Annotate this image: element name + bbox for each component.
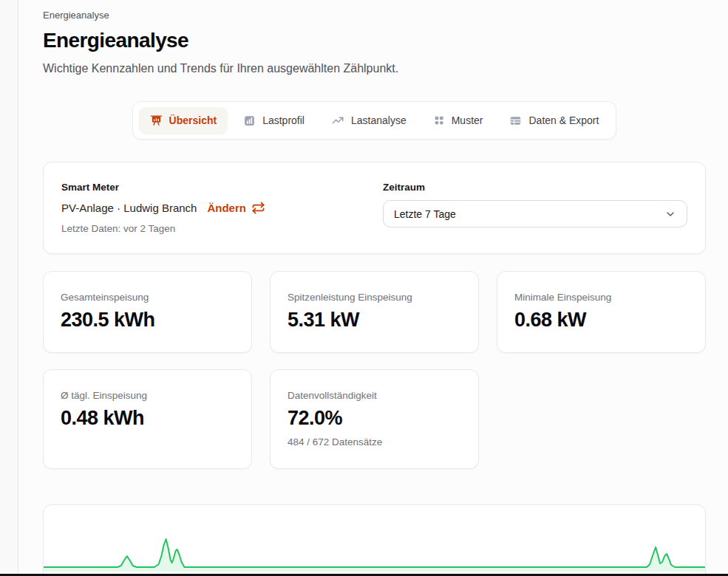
- feedin-chart-card: [43, 504, 706, 576]
- bar-chart-icon: [243, 114, 256, 127]
- stat-value: 5.31 kW: [288, 309, 461, 332]
- period-section: Zeitraum Letzte 7 Tage: [383, 182, 687, 234]
- feedin-chart: [44, 505, 705, 572]
- tab-label: Daten & Export: [528, 114, 599, 126]
- tab-label: Muster: [452, 114, 483, 126]
- tab-label: Übersicht: [169, 114, 217, 126]
- tabbar-wrap: Übersicht Lastprofil L: [43, 101, 706, 140]
- tab-daten-export[interactable]: Daten & Export: [498, 107, 610, 134]
- page-subtitle: Wichtige Kennzahlen und Trends für Ihren…: [43, 62, 706, 75]
- collapsed-sidebar-rail: [0, 0, 18, 576]
- stat-card-minimale-einspeisung: Minimale Einspeisung 0.68 kW: [497, 271, 706, 353]
- change-meter-label: Ändern: [207, 202, 246, 214]
- stat-value: 72.0%: [288, 407, 461, 430]
- main-content: Energieanalyse Energieanalyse Wichtige K…: [19, 0, 728, 576]
- stat-value: 230.5 kWh: [61, 309, 234, 332]
- meter-name: PV-Anlage · Ludwig Branch: [61, 202, 197, 214]
- stat-card-gesamteinspeisung: Gesamteinspeisung 230.5 kWh: [43, 271, 252, 353]
- stat-label: Ø tägl. Einspeisung: [61, 390, 234, 401]
- trending-up-icon: [331, 114, 344, 127]
- tab-label: Lastprofil: [262, 114, 305, 126]
- last-data-text: Letzte Daten: vor 2 Tagen: [61, 223, 265, 234]
- stat-sub: 484 / 672 Datensätze: [288, 436, 461, 448]
- meter-section-label: Smart Meter: [61, 182, 265, 193]
- stat-value: 0.48 kWh: [61, 407, 234, 430]
- period-select[interactable]: Letzte 7 Tage: [383, 200, 687, 227]
- presentation-chart-icon: [150, 114, 163, 127]
- swap-arrows-icon: [251, 201, 265, 215]
- stat-label: Datenvollständigkeit: [288, 390, 461, 401]
- period-value: Letzte 7 Tage: [394, 208, 456, 220]
- tab-lastanalyse[interactable]: Lastanalyse: [320, 106, 418, 134]
- page-title: Energieanalyse: [43, 29, 706, 52]
- tab-label: Lastanalyse: [351, 114, 406, 126]
- stats-grid: Gesamteinspeisung 230.5 kWh Spitzenleist…: [43, 271, 706, 469]
- stat-card-spitzenleistung: Spitzenleistung Einspeisung 5.31 kW: [270, 271, 479, 353]
- stat-card-datenvollstaendigkeit: Datenvollständigkeit 72.0% 484 / 672 Dat…: [270, 369, 479, 469]
- breadcrumb[interactable]: Energieanalyse: [43, 10, 706, 21]
- meter-info: Smart Meter PV-Anlage · Ludwig Branch Än…: [61, 182, 265, 234]
- tab-uebersicht[interactable]: Übersicht: [139, 107, 228, 134]
- stat-label: Gesamteinspeisung: [61, 292, 234, 303]
- stat-label: Minimale Einspeisung: [514, 292, 688, 303]
- meter-period-card: Smart Meter PV-Anlage · Ludwig Branch Än…: [43, 162, 706, 254]
- grid-dots-icon: [433, 114, 445, 126]
- period-label: Zeitraum: [383, 182, 687, 193]
- stat-label: Spitzenleistung Einspeisung: [288, 292, 461, 303]
- tab-lastprofil[interactable]: Lastprofil: [232, 107, 316, 134]
- stat-card-taegliche-einspeisung: Ø tägl. Einspeisung 0.48 kWh: [43, 369, 252, 469]
- stat-value: 0.68 kW: [514, 309, 688, 332]
- chevron-down-icon: [664, 208, 676, 220]
- tab-muster[interactable]: Muster: [422, 107, 494, 134]
- view-tabbar: Übersicht Lastprofil L: [132, 101, 617, 140]
- change-meter-link[interactable]: Ändern: [207, 201, 265, 215]
- table-icon: [509, 114, 522, 127]
